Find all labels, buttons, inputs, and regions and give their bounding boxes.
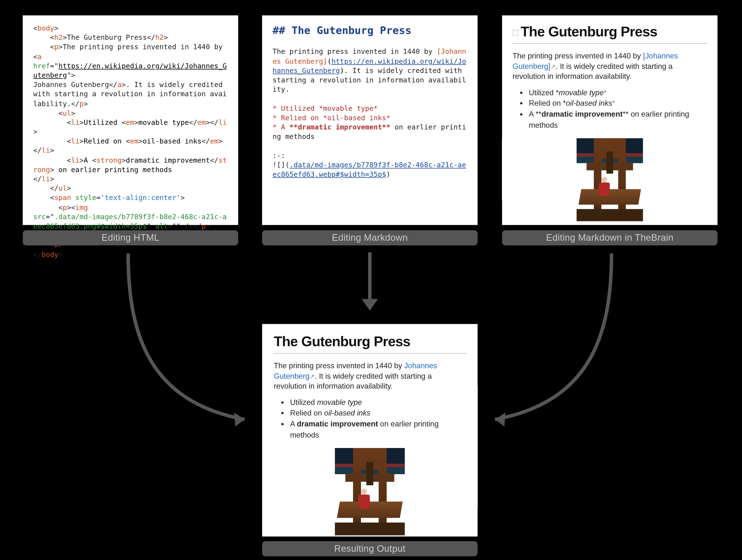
drag-handle-icon[interactable] xyxy=(513,30,519,36)
resulting-output-panel: The Gutenburg Press The printing press i… xyxy=(262,324,478,537)
brain-image xyxy=(513,138,707,225)
brain-bullets: Utilized *movable type* Relied on *oil-b… xyxy=(529,87,707,131)
output-caption: Resulting Output xyxy=(262,541,478,556)
list-item: A dramatic improvement on earlier printi… xyxy=(290,419,466,441)
editing-brain-panel: The Gutenburg Press The printing press i… xyxy=(502,15,718,225)
external-link-icon: ↗ xyxy=(309,373,315,380)
list-item: Relied on *oil-based inks* xyxy=(529,99,707,109)
output-title: The Gutenburg Press xyxy=(274,333,466,349)
arrow-left-curve-icon xyxy=(70,251,256,431)
editing-html-panel: <body> <h2>The Gutenburg Press</h2> <p>T… xyxy=(23,15,238,225)
brain-intro: The printing press invented in 1440 by [… xyxy=(513,51,707,81)
brain-title: The Gutenburg Press xyxy=(513,23,707,40)
list-item: Utilized *movable type* xyxy=(529,87,707,98)
arrow-right-curve-icon xyxy=(483,251,670,431)
output-bullets: Utilized movable type Relied on oil-base… xyxy=(290,397,466,441)
output-intro: The printing press invented in 1440 by J… xyxy=(274,361,466,391)
external-link-icon: ↗ xyxy=(550,63,556,70)
output-image xyxy=(274,448,466,535)
markdown-caption: Editing Markdown xyxy=(262,230,478,245)
list-item: Utilized movable type xyxy=(290,397,466,408)
markdown-code-block: ## The Gutenburg Press The printing pres… xyxy=(273,23,467,179)
svg-marker-0 xyxy=(234,412,245,427)
html-code-block: <body> <h2>The Gutenburg Press</h2> <p>T… xyxy=(33,23,228,259)
html-caption: Editing HTML xyxy=(23,230,238,245)
svg-marker-1 xyxy=(495,412,506,427)
title-rule xyxy=(274,353,466,353)
editing-markdown-panel: ## The Gutenburg Press The printing pres… xyxy=(262,15,478,225)
list-item: Relied on oil-based inks xyxy=(290,408,466,419)
arrow-down-icon xyxy=(365,253,374,311)
list-item: A **dramatic improvement** on earlier pr… xyxy=(529,109,707,131)
title-rule xyxy=(513,43,707,44)
brain-caption: Editing Markdown in TheBrain xyxy=(502,230,718,245)
